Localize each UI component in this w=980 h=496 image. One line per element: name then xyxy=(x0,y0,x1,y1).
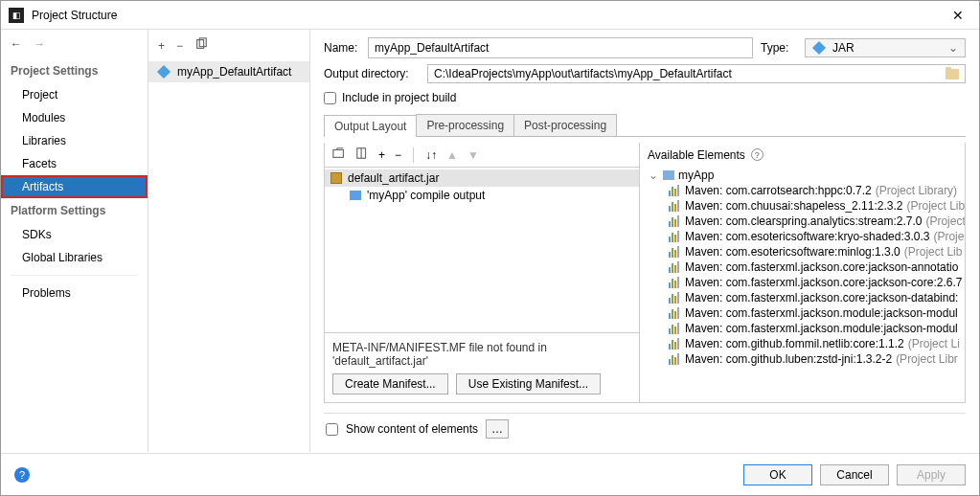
library-icon xyxy=(669,185,679,196)
apply-button[interactable]: Apply xyxy=(897,464,966,485)
artifact-list: + − myApp_DefaultArtifact xyxy=(148,30,310,452)
module-output-icon xyxy=(350,191,361,200)
library-icon xyxy=(669,215,679,227)
move-up-icon[interactable]: ▲ xyxy=(446,148,458,162)
remove-item-icon[interactable]: − xyxy=(395,148,401,162)
sidebar-item-problems[interactable]: Problems xyxy=(1,282,148,304)
compile-output-label: 'myApp' compile output xyxy=(367,189,485,202)
use-manifest-button[interactable]: Use Existing Manifest... xyxy=(456,373,601,395)
library-icon xyxy=(669,277,679,288)
library-icon xyxy=(669,292,679,304)
library-node[interactable]: Maven: com.fasterxml.jackson.core:jackso… xyxy=(644,290,965,305)
library-node[interactable]: Maven: com.chuusai:shapeless_2.11:2.3.2 … xyxy=(644,198,965,214)
library-label: Maven: com.clearspring.analytics:stream:… xyxy=(685,214,922,228)
library-node[interactable]: Maven: com.esotericsoftware:minlog:1.3.0… xyxy=(644,244,965,259)
library-node[interactable]: Maven: com.github.fommil.netlib:core:1.1… xyxy=(644,336,965,351)
footer-help-icon[interactable]: ? xyxy=(14,467,30,483)
library-icon xyxy=(669,353,679,365)
browse-folder-icon[interactable] xyxy=(946,69,959,79)
library-node[interactable]: Maven: com.fasterxml.jackson.core:jackso… xyxy=(644,275,965,290)
cancel-button[interactable]: Cancel xyxy=(820,464,889,485)
new-archive-icon[interactable] xyxy=(355,147,369,163)
create-manifest-button[interactable]: Create Manifest... xyxy=(332,373,448,395)
library-label: Maven: com.fasterxml.jackson.module:jack… xyxy=(685,306,958,320)
library-note: (Project Lib xyxy=(904,245,963,259)
sidebar-item-facets[interactable]: Facets xyxy=(1,152,148,175)
name-input[interactable] xyxy=(368,37,753,58)
sort-icon[interactable]: ↓↑ xyxy=(425,148,437,162)
library-label: Maven: com.esotericsoftware:minlog:1.3.0 xyxy=(685,245,900,259)
library-node[interactable]: Maven: com.esotericsoftware:kryo-shaded:… xyxy=(644,229,965,244)
library-label: Maven: com.esotericsoftware:kryo-shaded:… xyxy=(685,230,929,243)
library-label: Maven: com.fasterxml.jackson.core:jackso… xyxy=(685,291,958,304)
sidebar-item-libraries[interactable]: Libraries xyxy=(1,129,148,152)
sidebar-item-modules[interactable]: Modules xyxy=(1,106,148,129)
module-label: myApp xyxy=(678,169,714,182)
available-elements: Available Elements ? ⌄ myApp Maven: com.… xyxy=(639,143,966,403)
library-node[interactable]: Maven: com.github.luben:zstd-jni:1.3.2-2… xyxy=(644,351,965,367)
layout-toolbar: + − ↓↑ ▲ ▼ xyxy=(325,143,639,168)
type-select[interactable]: JAR ⌄ xyxy=(805,38,966,57)
sidebar-item-artifacts[interactable]: Artifacts xyxy=(1,175,148,198)
forward-icon[interactable]: → xyxy=(34,37,45,51)
library-note: (Project Li xyxy=(908,337,960,350)
close-icon[interactable]: ✕ xyxy=(945,4,971,27)
titlebar: ◧ Project Structure ✕ xyxy=(1,1,979,30)
library-icon xyxy=(669,246,679,258)
show-content-options-button[interactable]: … xyxy=(486,419,509,439)
library-label: Maven: com.chuusai:shapeless_2.11:2.3.2 xyxy=(685,199,902,213)
library-icon xyxy=(669,338,679,349)
include-checkbox[interactable] xyxy=(324,92,336,104)
manifest-message-area: META-INF/MANIFEST.MF file not found in '… xyxy=(325,332,639,402)
back-icon[interactable]: ← xyxy=(11,37,22,51)
include-label: Include in project build xyxy=(342,91,456,104)
library-node[interactable]: Maven: com.fasterxml.jackson.core:jackso… xyxy=(644,259,965,275)
add-icon[interactable]: + xyxy=(158,39,165,53)
sidebar-item-project[interactable]: Project xyxy=(1,83,148,106)
jar-icon xyxy=(812,41,826,55)
module-folder-icon xyxy=(663,170,674,180)
tab-output-layout[interactable]: Output Layout xyxy=(324,115,417,137)
add-copy-icon[interactable]: + xyxy=(378,148,385,162)
type-value: JAR xyxy=(832,41,855,55)
section-platform-settings: Platform Settings xyxy=(1,198,148,223)
available-header: Available Elements xyxy=(648,148,745,162)
artifact-icon xyxy=(157,65,171,79)
library-icon xyxy=(669,231,679,242)
module-node[interactable]: ⌄ myApp xyxy=(644,168,965,183)
ok-button[interactable]: OK xyxy=(743,464,812,485)
expand-icon[interactable]: ⌄ xyxy=(648,169,659,182)
chevron-down-icon: ⌄ xyxy=(947,41,959,55)
move-down-icon[interactable]: ▼ xyxy=(467,148,479,162)
app-icon: ◧ xyxy=(9,8,24,23)
library-node[interactable]: Maven: com.carrotsearch:hppc:0.7.2 (Proj… xyxy=(644,183,965,198)
show-content-checkbox[interactable] xyxy=(326,423,338,436)
sidebar-item-global-libraries[interactable]: Global Libraries xyxy=(1,246,148,269)
library-label: Maven: com.fasterxml.jackson.module:jack… xyxy=(685,322,958,335)
library-node[interactable]: Maven: com.fasterxml.jackson.module:jack… xyxy=(644,321,965,336)
available-tree[interactable]: ⌄ myApp Maven: com.carrotsearch:hppc:0.7… xyxy=(640,168,965,402)
outdir-label: Output directory: xyxy=(324,67,420,80)
tab-postprocessing[interactable]: Post-processing xyxy=(513,114,617,136)
library-note: (Project Libr xyxy=(906,199,965,213)
library-node[interactable]: Maven: com.fasterxml.jackson.module:jack… xyxy=(644,305,965,321)
copy-icon[interactable] xyxy=(194,37,208,54)
tab-preprocessing[interactable]: Pre-processing xyxy=(416,114,514,136)
library-node[interactable]: Maven: com.clearspring.analytics:stream:… xyxy=(644,214,965,229)
tabs: Output Layout Pre-processing Post-proces… xyxy=(324,114,966,137)
outdir-value[interactable]: C:\IdeaProjects\myApp\out\artifacts\myAp… xyxy=(434,67,946,80)
artifact-entry[interactable]: myApp_DefaultArtifact xyxy=(148,61,309,82)
library-icon xyxy=(669,307,679,319)
manifest-message: META-INF/MANIFEST.MF file not found in '… xyxy=(332,341,631,368)
sidebar-item-sdks[interactable]: SDKs xyxy=(1,223,148,246)
artifact-toolbar: + − xyxy=(148,30,309,61)
compile-output-node[interactable]: 'myApp' compile output xyxy=(325,187,639,204)
archive-icon xyxy=(330,172,342,184)
jar-node[interactable]: default_artifact.jar xyxy=(325,169,639,187)
help-icon[interactable]: ? xyxy=(751,148,763,161)
new-folder-icon[interactable] xyxy=(332,147,346,163)
library-label: Maven: com.fasterxml.jackson.core:jackso… xyxy=(685,260,958,274)
remove-icon[interactable]: − xyxy=(176,39,183,53)
svg-rect-2 xyxy=(333,150,344,158)
library-icon xyxy=(669,261,679,273)
